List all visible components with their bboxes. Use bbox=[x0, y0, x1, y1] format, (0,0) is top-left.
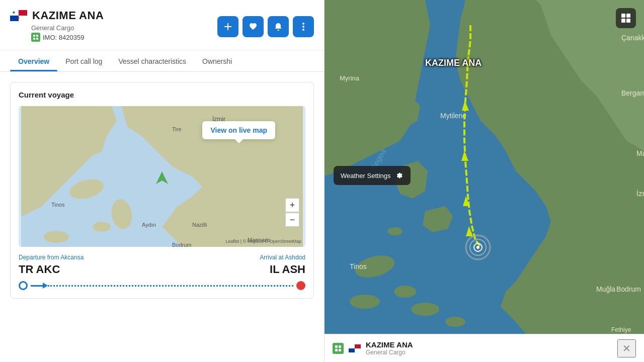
vessel-header: KAZIME ANA General Cargo IMO: 842035 bbox=[0, 0, 324, 50]
svg-point-14 bbox=[302, 26, 304, 28]
right-panel: Tinos Bandırma Biga Gönen Bursa Çanakkal… bbox=[325, 0, 644, 362]
imo-number: IMO: 8420359 bbox=[43, 34, 84, 41]
vessel-imo: IMO: 8420359 bbox=[10, 33, 104, 42]
svg-rect-70 bbox=[621, 19, 625, 23]
svg-rect-6 bbox=[33, 35, 35, 37]
svg-text:Bergama: Bergama bbox=[621, 89, 644, 97]
svg-point-12 bbox=[277, 30, 279, 31]
view-live-map-tooltip[interactable]: View on live map bbox=[202, 121, 275, 139]
more-button[interactable] bbox=[293, 16, 314, 37]
port-codes: TR AKC IL ASH bbox=[19, 263, 305, 276]
tab-port-call-log[interactable]: Port call log bbox=[57, 50, 110, 71]
grid-view-button[interactable] bbox=[616, 8, 636, 28]
svg-text:Myrina: Myrina bbox=[340, 74, 360, 82]
tab-overview[interactable]: Overview bbox=[10, 50, 57, 71]
left-panel: KAZIME ANA General Cargo IMO: 842035 bbox=[0, 0, 325, 362]
svg-point-33 bbox=[411, 303, 439, 316]
svg-rect-7 bbox=[36, 35, 38, 37]
bottom-flag-icon bbox=[349, 344, 361, 352]
voyage-card: Current voyage bbox=[10, 82, 314, 299]
destination-dot bbox=[296, 281, 305, 290]
bottom-grid-icon bbox=[335, 345, 342, 352]
departure-code: TR AKC bbox=[19, 263, 60, 276]
add-icon bbox=[223, 22, 232, 31]
svg-rect-68 bbox=[621, 14, 625, 18]
svg-text:Tinos: Tinos bbox=[350, 262, 367, 270]
svg-point-19 bbox=[93, 222, 111, 232]
svg-text:Nazilli: Nazilli bbox=[192, 222, 207, 228]
tab-ownership[interactable]: Ownershi bbox=[194, 50, 240, 71]
close-bottom-bar-button[interactable]: ✕ bbox=[617, 339, 636, 357]
departure-label: Departure from Akcansa bbox=[19, 254, 84, 261]
vessel-name: KAZIME ANA bbox=[32, 9, 104, 22]
bell-icon bbox=[274, 22, 283, 31]
svg-point-15 bbox=[302, 29, 304, 31]
dotted-line bbox=[48, 285, 293, 287]
tab-vessel-characteristics[interactable]: Vessel characteristics bbox=[110, 50, 194, 71]
bottom-imo-icon bbox=[333, 343, 344, 354]
weather-settings-label: Weather Settings bbox=[341, 172, 390, 179]
alert-button[interactable] bbox=[268, 16, 289, 37]
svg-rect-3 bbox=[19, 16, 27, 21]
svg-text:Tinos: Tinos bbox=[51, 202, 65, 208]
vessel-bottom-info: KAZIME ANA General Cargo bbox=[366, 340, 612, 356]
svg-text:Bodrum: Bodrum bbox=[172, 242, 192, 247]
more-icon bbox=[302, 22, 304, 31]
vessel-sub: General Cargo bbox=[10, 24, 104, 32]
svg-text:Bodrum: Bodrum bbox=[616, 285, 641, 293]
svg-text:Muğla: Muğla bbox=[596, 285, 615, 293]
svg-rect-75 bbox=[339, 349, 341, 351]
svg-rect-74 bbox=[335, 349, 338, 351]
gear-icon bbox=[394, 171, 404, 180]
flag-icon bbox=[10, 10, 27, 21]
svg-rect-77 bbox=[355, 344, 361, 348]
svg-rect-9 bbox=[36, 38, 38, 40]
svg-rect-2 bbox=[10, 16, 19, 21]
svg-point-13 bbox=[302, 23, 304, 25]
zoom-in-button[interactable]: + bbox=[285, 198, 299, 212]
svg-text:Çanakkale: Çanakkale bbox=[621, 34, 644, 42]
voyage-progress-line bbox=[19, 281, 305, 290]
svg-text:İzmir: İzmir bbox=[636, 189, 644, 198]
arrow-head bbox=[43, 283, 48, 289]
imo-icon bbox=[31, 33, 40, 42]
svg-rect-78 bbox=[349, 348, 355, 352]
favorite-button[interactable] bbox=[243, 16, 264, 37]
main-content: Current voyage bbox=[0, 72, 324, 362]
weather-settings-button[interactable]: Weather Settings bbox=[334, 166, 411, 185]
bottom-vessel-name: KAZIME ANA bbox=[366, 340, 612, 349]
arrival-code: IL ASH bbox=[270, 263, 305, 276]
svg-point-34 bbox=[445, 317, 465, 327]
svg-text:Mytilene: Mytilene bbox=[440, 112, 466, 120]
origin-dot bbox=[19, 281, 28, 290]
grid-icon bbox=[620, 13, 631, 24]
right-map: Tinos Bandırma Biga Gönen Bursa Çanakkal… bbox=[325, 0, 644, 334]
svg-point-35 bbox=[387, 227, 403, 235]
zoom-out-button[interactable]: − bbox=[285, 213, 299, 227]
map-attribution: Leaflet | © Mapbox © OpenStreetMap bbox=[225, 239, 301, 244]
svg-rect-8 bbox=[33, 38, 35, 40]
add-button[interactable] bbox=[217, 16, 238, 37]
svg-rect-73 bbox=[339, 345, 341, 348]
svg-text:Manisa: Manisa bbox=[636, 149, 644, 157]
svg-point-32 bbox=[394, 286, 416, 298]
svg-text:Tire: Tire bbox=[172, 126, 182, 132]
vessel-title-row: KAZIME ANA General Cargo IMO: 842035 bbox=[10, 9, 314, 42]
svg-rect-1 bbox=[19, 10, 27, 16]
imo-icon-svg bbox=[33, 34, 39, 40]
svg-point-67 bbox=[476, 246, 479, 249]
bottom-vessel-type: General Cargo bbox=[366, 349, 612, 356]
svg-text:Aydın: Aydın bbox=[142, 222, 156, 228]
svg-rect-79 bbox=[355, 348, 361, 352]
svg-rect-71 bbox=[626, 19, 630, 23]
svg-rect-72 bbox=[335, 345, 338, 348]
vessel-type: General Cargo bbox=[31, 24, 74, 32]
mini-map: Tinos Bodrum İzmir Nazilli Aydın Marmari… bbox=[19, 106, 305, 247]
svg-text:Fethiye: Fethiye bbox=[611, 326, 631, 333]
heart-icon bbox=[249, 22, 258, 31]
map-controls: + − bbox=[285, 198, 299, 227]
current-voyage-title: Current voyage bbox=[19, 90, 305, 99]
vessel-name-block: KAZIME ANA General Cargo IMO: 842035 bbox=[10, 9, 104, 42]
arrow-line bbox=[31, 283, 293, 289]
tabs: Overview Port call log Vessel characteri… bbox=[0, 50, 324, 72]
